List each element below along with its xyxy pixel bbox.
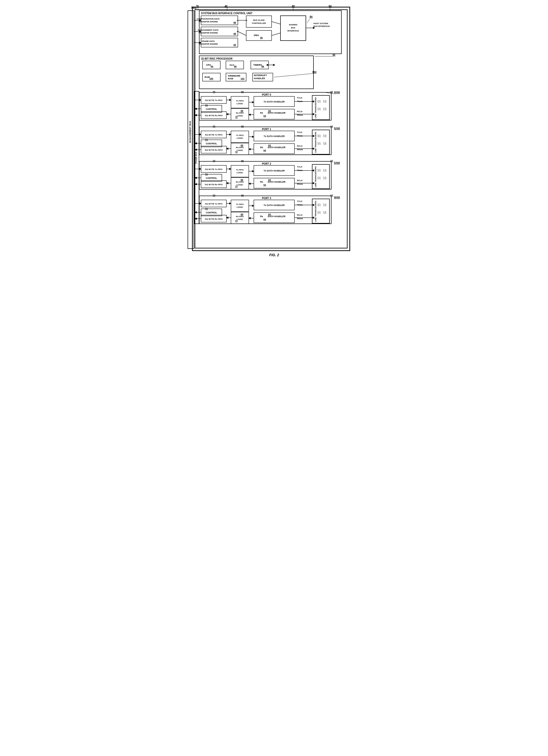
svg-text:Rx FIFO: Rx FIFO bbox=[236, 112, 244, 114]
svg-rect-90 bbox=[231, 96, 249, 108]
svg-text:56: 56 bbox=[334, 196, 337, 199]
svg-text:INTERFACE: INTERFACE bbox=[287, 30, 299, 32]
svg-text:⌇⌇: ⌇⌇ bbox=[317, 134, 321, 138]
svg-text:PORT 2: PORT 2 bbox=[262, 162, 271, 165]
svg-line-42 bbox=[271, 22, 281, 24]
svg-text:⌇⌇: ⌇⌇ bbox=[323, 134, 327, 138]
svg-rect-146 bbox=[254, 144, 295, 154]
svg-text:64: 64 bbox=[263, 115, 266, 117]
svg-text:60: 60 bbox=[337, 196, 340, 199]
svg-rect-54 bbox=[226, 61, 244, 69]
svg-text:TRANSFER ENGINE: TRANSFER ENGINE bbox=[198, 32, 218, 34]
svg-text:TIMERS: TIMERS bbox=[253, 64, 262, 66]
svg-text:Tx FIFO: Tx FIFO bbox=[236, 134, 244, 136]
svg-text:RCLK: RCLK bbox=[297, 145, 303, 147]
svg-text:BUS SLAVE: BUS SLAVE bbox=[253, 19, 265, 21]
svg-text:MANAGEMENT BUS: MANAGEMENT BUS bbox=[189, 121, 191, 143]
svg-text:⌇⌇: ⌇⌇ bbox=[317, 176, 321, 180]
svg-text:512 BYTE Tx FIFO: 512 BYTE Tx FIFO bbox=[205, 168, 222, 170]
svg-line-43 bbox=[271, 33, 281, 36]
svg-text:LOGIC: LOGIC bbox=[236, 115, 243, 117]
svg-text:512 BYTE Tx FIFO: 512 BYTE Tx FIFO bbox=[205, 134, 222, 136]
svg-text:66: 66 bbox=[241, 91, 244, 93]
svg-rect-11 bbox=[201, 16, 238, 25]
svg-text:RAM: RAM bbox=[228, 77, 233, 80]
svg-text:60: 60 bbox=[337, 162, 340, 164]
svg-text:ALU: ALU bbox=[229, 64, 234, 66]
svg-text:⌇⌇: ⌇⌇ bbox=[317, 142, 321, 146]
svg-rect-14 bbox=[201, 27, 238, 36]
svg-text:102: 102 bbox=[240, 77, 244, 80]
svg-text:MANAGEMENT DATA: MANAGEMENT DATA bbox=[198, 29, 218, 31]
svg-text:60: 60 bbox=[337, 91, 340, 94]
svg-rect-234 bbox=[231, 200, 249, 212]
svg-line-40 bbox=[238, 31, 246, 36]
diagram-svg: 78 76 76 40 80 84 SYSTEM BUS INTERFACE C… bbox=[185, 5, 363, 264]
svg-text:54: 54 bbox=[334, 162, 337, 164]
svg-text:DATA HANDLER: DATA HANDLER bbox=[268, 215, 286, 218]
svg-text:Rx FIFO: Rx FIFO bbox=[236, 215, 244, 218]
svg-line-33 bbox=[307, 19, 310, 23]
svg-text:70: 70 bbox=[213, 194, 215, 197]
svg-text:TCLK: TCLK bbox=[297, 131, 303, 133]
svg-text:SHARED: SHARED bbox=[289, 24, 298, 26]
svg-text:512 BYTE Rx FIFO: 512 BYTE Rx FIFO bbox=[205, 218, 222, 220]
svg-text:⌇⌇: ⌇⌇ bbox=[317, 107, 321, 111]
svg-rect-93 bbox=[231, 109, 249, 120]
svg-text:⌇⌇: ⌇⌇ bbox=[317, 211, 321, 215]
svg-text:PORT 0: PORT 0 bbox=[262, 93, 271, 96]
svg-text:LOGIC: LOGIC bbox=[236, 171, 243, 174]
svg-text:Rx FIFO: Rx FIFO bbox=[236, 146, 244, 149]
svg-text:DATA HANDLER: DATA HANDLER bbox=[268, 112, 286, 114]
svg-text:DATA HANDLER: DATA HANDLER bbox=[268, 181, 286, 183]
figure-caption: FIG. 2 bbox=[269, 253, 279, 257]
svg-text:⌇⌇: ⌇⌇ bbox=[323, 176, 327, 180]
svg-text:LOGIC: LOGIC bbox=[236, 102, 243, 105]
svg-line-72 bbox=[274, 74, 312, 77]
svg-text:Rx FIFO: Rx FIFO bbox=[236, 181, 244, 183]
svg-text:⌇⌇: ⌇⌇ bbox=[317, 168, 321, 173]
svg-text:90: 90 bbox=[233, 44, 236, 46]
svg-text:FRAME BUS: FRAME BUS bbox=[195, 152, 197, 164]
svg-text:RCLK: RCLK bbox=[297, 179, 303, 182]
svg-text:PORT 1: PORT 1 bbox=[262, 128, 271, 131]
svg-text:88: 88 bbox=[233, 32, 236, 35]
svg-text:70: 70 bbox=[213, 125, 215, 128]
svg-text:512 BYTE Rx FIFO: 512 BYTE Rx FIFO bbox=[205, 183, 222, 186]
svg-text:66: 66 bbox=[241, 160, 244, 162]
sbi-title: SYSTEM BUS INTERFACE CONTROL UNIT bbox=[201, 12, 252, 15]
svg-text:62: 62 bbox=[331, 194, 333, 197]
svg-text:TCLK: TCLK bbox=[297, 166, 303, 168]
svg-text:⌇⌇: ⌇⌇ bbox=[323, 142, 327, 146]
svg-text:Tx    DATA HANDLER: Tx DATA HANDLER bbox=[263, 169, 285, 172]
svg-rect-22 bbox=[246, 16, 271, 27]
svg-text:CONTROL: CONTROL bbox=[205, 177, 217, 179]
svg-text:⌇⌇: ⌇⌇ bbox=[323, 168, 327, 173]
svg-text:96: 96 bbox=[234, 65, 236, 68]
svg-text:CONTROL: CONTROL bbox=[205, 211, 217, 214]
svg-text:FRAME DATA: FRAME DATA bbox=[201, 40, 215, 42]
svg-text:BUS INTERFACE: BUS INTERFACE bbox=[314, 25, 330, 27]
svg-text:86: 86 bbox=[233, 21, 236, 24]
svg-text:512 BYTE Rx FIFO: 512 BYTE Rx FIFO bbox=[205, 149, 222, 151]
svg-rect-51 bbox=[202, 61, 220, 69]
svg-rect-98 bbox=[254, 109, 295, 119]
svg-text:RCLK: RCLK bbox=[297, 110, 303, 113]
svg-text:DMA: DMA bbox=[254, 34, 259, 37]
svg-text:Rx: Rx bbox=[260, 146, 263, 149]
svg-text:TCLK: TCLK bbox=[297, 97, 303, 99]
svg-text:76: 76 bbox=[196, 5, 199, 8]
svg-text:64: 64 bbox=[263, 218, 266, 221]
svg-rect-18 bbox=[201, 38, 238, 47]
svg-text:Tx    DATA HANDLER: Tx DATA HANDLER bbox=[263, 204, 285, 207]
svg-text:BUS: BUS bbox=[291, 27, 296, 29]
svg-text:84: 84 bbox=[329, 5, 332, 8]
svg-text:LOGIC: LOGIC bbox=[236, 149, 243, 151]
svg-text:Tx FIFO: Tx FIFO bbox=[236, 203, 244, 205]
svg-text:PORT 3: PORT 3 bbox=[262, 197, 271, 200]
svg-text:512 BYTE Tx FIFO: 512 BYTE Tx FIFO bbox=[205, 99, 222, 101]
svg-text:CONTROLLER: CONTROLLER bbox=[252, 22, 266, 24]
svg-rect-237 bbox=[231, 212, 249, 224]
svg-text:TRANSFER ENGINE: TRANSFER ENGINE bbox=[198, 43, 218, 45]
svg-rect-138 bbox=[231, 131, 249, 143]
